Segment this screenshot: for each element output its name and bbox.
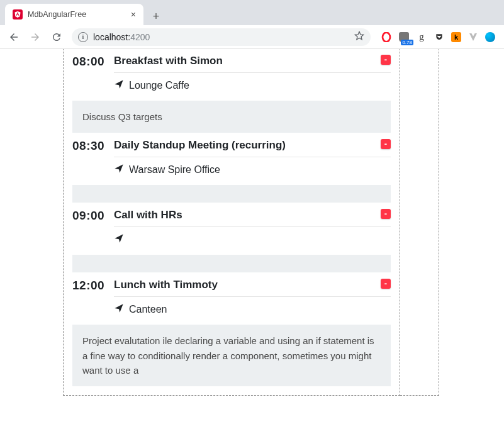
url-text: localhost:4200 [93,32,150,42]
extension-vue-icon[interactable] [468,31,479,43]
event-delete-button[interactable]: - [381,279,391,289]
extensions-area: 0.78 g k [377,31,499,43]
angular-favicon-icon [13,9,23,20]
bookmark-star-icon[interactable] [354,31,364,43]
event-note [72,255,391,272]
svg-point-0 [383,32,390,42]
site-info-icon[interactable]: i [78,32,88,42]
event-note: Project evalutation ile declaring a vari… [72,325,391,386]
location-arrow-icon [114,303,124,316]
event-time: 08:00 [72,55,114,69]
event-note [72,185,391,203]
extension-g-icon[interactable]: g [416,31,427,43]
event-location: Lounge Caffe [129,80,189,91]
extension-pocket-icon[interactable] [434,31,445,43]
tab-close-icon[interactable]: × [131,9,136,20]
extension-opera-icon[interactable] [381,31,392,43]
event-title: Call with HRs [114,209,381,221]
browser-toolbar: i localhost:4200 0.78 g k [0,25,504,49]
location-arrow-icon [114,164,124,176]
event-delete-button[interactable]: - [381,55,391,65]
event-delete-button[interactable]: - [381,209,391,219]
event-location: Canteen [129,304,167,315]
forward-button[interactable] [26,28,44,46]
schedule-event: 12:00 Lunch with Timmoty - Canteen [72,272,391,325]
schedule-event: 09:00 Call with HRs - [72,203,391,255]
ublock-badge: 0.78 [401,40,413,45]
reload-button[interactable] [48,28,65,46]
extension-firefox-icon[interactable] [485,32,495,42]
event-title: Lunch with Timmoty [114,279,381,291]
event-delete-button[interactable]: - [381,139,391,149]
extension-k-icon[interactable]: k [451,32,461,42]
location-arrow-icon [114,233,124,246]
schedule-event: 08:30 Daily Standup Meeting (recurring) … [72,133,391,185]
event-time: 08:30 [72,139,114,153]
back-button[interactable] [5,28,23,46]
location-arrow-icon [114,79,124,92]
page-viewport: 08:00 Breakfast with Simon - Lounge Caff… [0,49,504,441]
address-bar[interactable]: i localhost:4200 [72,28,371,46]
event-location: Warsaw Spire Office [129,164,220,176]
browser-tab-strip: MdbAngularFree × + [0,0,504,25]
event-title: Daily Standup Meeting (recurring) [114,139,381,152]
side-column [400,49,439,396]
new-tab-button[interactable]: + [147,8,165,25]
event-time: 09:00 [72,209,114,223]
schedule-column: 08:00 Breakfast with Simon - Lounge Caff… [63,49,400,396]
event-title: Breakfast with Simon [114,55,381,67]
event-note: Discuss Q3 targets [72,101,391,133]
browser-tab[interactable]: MdbAngularFree × [5,4,143,25]
extension-ublock-icon[interactable]: 0.78 [398,31,410,43]
schedule-event: 08:00 Breakfast with Simon - Lounge Caff… [72,49,391,101]
event-time: 12:00 [72,279,114,293]
tab-title: MdbAngularFree [28,10,86,19]
